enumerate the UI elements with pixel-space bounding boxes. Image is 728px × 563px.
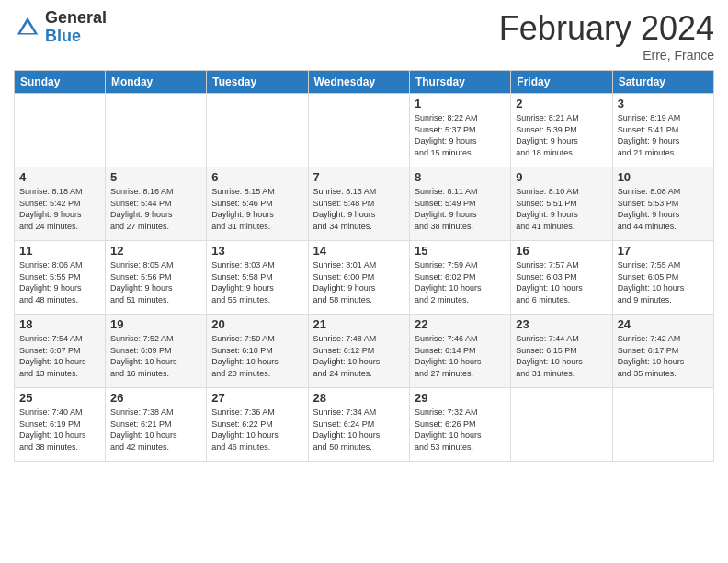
day-number: 18 bbox=[19, 317, 100, 331]
day-info: Sunrise: 8:13 AM Sunset: 5:48 PM Dayligh… bbox=[313, 186, 404, 232]
day-info: Sunrise: 8:08 AM Sunset: 5:53 PM Dayligh… bbox=[618, 186, 709, 232]
day-number: 23 bbox=[516, 317, 607, 331]
calendar-cell: 19Sunrise: 7:52 AM Sunset: 6:09 PM Dayli… bbox=[105, 315, 206, 388]
day-header-sunday: Sunday bbox=[15, 71, 106, 94]
calendar-cell bbox=[207, 94, 308, 167]
day-number: 9 bbox=[516, 170, 607, 184]
calendar-cell: 7Sunrise: 8:13 AM Sunset: 5:48 PM Daylig… bbox=[308, 167, 409, 241]
logo-text: General Blue bbox=[45, 9, 107, 46]
day-number: 15 bbox=[415, 244, 506, 258]
day-info: Sunrise: 8:15 AM Sunset: 5:46 PM Dayligh… bbox=[211, 186, 302, 232]
week-row-2: 11Sunrise: 8:06 AM Sunset: 5:55 PM Dayli… bbox=[15, 241, 714, 315]
day-info: Sunrise: 8:22 AM Sunset: 5:37 PM Dayligh… bbox=[415, 112, 506, 158]
calendar-cell: 17Sunrise: 7:55 AM Sunset: 6:05 PM Dayli… bbox=[612, 241, 713, 315]
day-number: 22 bbox=[415, 317, 506, 331]
header-row: SundayMondayTuesdayWednesdayThursdayFrid… bbox=[15, 71, 714, 94]
calendar-cell: 29Sunrise: 7:32 AM Sunset: 6:26 PM Dayli… bbox=[409, 388, 510, 462]
day-number: 11 bbox=[19, 244, 100, 258]
day-info: Sunrise: 8:18 AM Sunset: 5:42 PM Dayligh… bbox=[19, 186, 100, 232]
calendar-cell: 13Sunrise: 8:03 AM Sunset: 5:58 PM Dayli… bbox=[207, 241, 308, 315]
calendar-cell: 23Sunrise: 7:44 AM Sunset: 6:15 PM Dayli… bbox=[511, 315, 612, 388]
day-number: 24 bbox=[618, 317, 709, 331]
day-info: Sunrise: 8:03 AM Sunset: 5:58 PM Dayligh… bbox=[211, 259, 302, 305]
calendar-cell: 12Sunrise: 8:05 AM Sunset: 5:56 PM Dayli… bbox=[105, 241, 206, 315]
calendar-cell: 3Sunrise: 8:19 AM Sunset: 5:41 PM Daylig… bbox=[612, 94, 713, 167]
day-number: 16 bbox=[516, 244, 607, 258]
day-info: Sunrise: 7:50 AM Sunset: 6:10 PM Dayligh… bbox=[211, 333, 302, 379]
day-header-thursday: Thursday bbox=[409, 71, 510, 94]
day-number: 5 bbox=[110, 170, 201, 184]
week-row-0: 1Sunrise: 8:22 AM Sunset: 5:37 PM Daylig… bbox=[15, 94, 714, 167]
logo: General Blue bbox=[14, 9, 107, 46]
calendar-table: SundayMondayTuesdayWednesdayThursdayFrid… bbox=[14, 70, 714, 462]
calendar-cell bbox=[105, 94, 206, 167]
day-info: Sunrise: 8:19 AM Sunset: 5:41 PM Dayligh… bbox=[618, 112, 709, 158]
calendar-cell: 24Sunrise: 7:42 AM Sunset: 6:17 PM Dayli… bbox=[612, 315, 713, 388]
calendar-cell: 25Sunrise: 7:40 AM Sunset: 6:19 PM Dayli… bbox=[15, 388, 106, 462]
day-number: 1 bbox=[415, 97, 506, 110]
day-info: Sunrise: 7:48 AM Sunset: 6:12 PM Dayligh… bbox=[313, 333, 404, 379]
day-number: 29 bbox=[415, 391, 506, 405]
calendar-cell: 26Sunrise: 7:38 AM Sunset: 6:21 PM Dayli… bbox=[105, 388, 206, 462]
day-info: Sunrise: 8:06 AM Sunset: 5:55 PM Dayligh… bbox=[19, 259, 100, 305]
calendar-cell: 22Sunrise: 7:46 AM Sunset: 6:14 PM Dayli… bbox=[409, 315, 510, 388]
day-info: Sunrise: 7:36 AM Sunset: 6:22 PM Dayligh… bbox=[211, 407, 302, 453]
day-info: Sunrise: 8:01 AM Sunset: 6:00 PM Dayligh… bbox=[313, 259, 404, 305]
calendar-cell bbox=[308, 94, 409, 167]
day-info: Sunrise: 7:57 AM Sunset: 6:03 PM Dayligh… bbox=[516, 259, 607, 305]
day-number: 19 bbox=[110, 317, 201, 331]
calendar-cell: 10Sunrise: 8:08 AM Sunset: 5:53 PM Dayli… bbox=[612, 167, 713, 241]
day-info: Sunrise: 8:16 AM Sunset: 5:44 PM Dayligh… bbox=[110, 186, 201, 232]
day-number: 17 bbox=[618, 244, 709, 258]
calendar-cell: 8Sunrise: 8:11 AM Sunset: 5:49 PM Daylig… bbox=[409, 167, 510, 241]
day-number: 27 bbox=[211, 391, 302, 405]
day-number: 8 bbox=[415, 170, 506, 184]
day-info: Sunrise: 8:21 AM Sunset: 5:39 PM Dayligh… bbox=[516, 112, 607, 158]
day-number: 25 bbox=[19, 391, 100, 405]
day-number: 21 bbox=[313, 317, 404, 331]
header: General Blue February 2024 Erre, France bbox=[14, 9, 714, 63]
logo-general-text: General bbox=[45, 9, 107, 28]
month-title: February 2024 bbox=[499, 9, 714, 48]
day-number: 28 bbox=[313, 391, 404, 405]
calendar-cell bbox=[511, 388, 612, 462]
day-info: Sunrise: 7:59 AM Sunset: 6:02 PM Dayligh… bbox=[415, 259, 506, 305]
calendar-cell bbox=[612, 388, 713, 462]
calendar-cell: 15Sunrise: 7:59 AM Sunset: 6:02 PM Dayli… bbox=[409, 241, 510, 315]
calendar-cell: 28Sunrise: 7:34 AM Sunset: 6:24 PM Dayli… bbox=[308, 388, 409, 462]
logo-blue-text: Blue bbox=[45, 28, 107, 46]
location: Erre, France bbox=[499, 48, 714, 63]
day-info: Sunrise: 7:46 AM Sunset: 6:14 PM Dayligh… bbox=[415, 333, 506, 379]
day-info: Sunrise: 7:40 AM Sunset: 6:19 PM Dayligh… bbox=[19, 407, 100, 453]
calendar-cell bbox=[15, 94, 106, 167]
day-info: Sunrise: 7:44 AM Sunset: 6:15 PM Dayligh… bbox=[516, 333, 607, 379]
day-number: 14 bbox=[313, 244, 404, 258]
page-container: General Blue February 2024 Erre, France … bbox=[0, 0, 728, 466]
day-header-monday: Monday bbox=[105, 71, 206, 94]
day-info: Sunrise: 7:54 AM Sunset: 6:07 PM Dayligh… bbox=[19, 333, 100, 379]
day-number: 13 bbox=[211, 244, 302, 258]
calendar-cell: 9Sunrise: 8:10 AM Sunset: 5:51 PM Daylig… bbox=[511, 167, 612, 241]
day-number: 20 bbox=[211, 317, 302, 331]
day-number: 26 bbox=[110, 391, 201, 405]
calendar-cell: 21Sunrise: 7:48 AM Sunset: 6:12 PM Dayli… bbox=[308, 315, 409, 388]
title-section: February 2024 Erre, France bbox=[499, 9, 714, 63]
day-info: Sunrise: 7:42 AM Sunset: 6:17 PM Dayligh… bbox=[618, 333, 709, 379]
calendar-cell: 16Sunrise: 7:57 AM Sunset: 6:03 PM Dayli… bbox=[511, 241, 612, 315]
week-row-1: 4Sunrise: 8:18 AM Sunset: 5:42 PM Daylig… bbox=[15, 167, 714, 241]
day-number: 6 bbox=[211, 170, 302, 184]
calendar-cell: 1Sunrise: 8:22 AM Sunset: 5:37 PM Daylig… bbox=[409, 94, 510, 167]
calendar-cell: 2Sunrise: 8:21 AM Sunset: 5:39 PM Daylig… bbox=[511, 94, 612, 167]
day-info: Sunrise: 8:05 AM Sunset: 5:56 PM Dayligh… bbox=[110, 259, 201, 305]
day-info: Sunrise: 7:52 AM Sunset: 6:09 PM Dayligh… bbox=[110, 333, 201, 379]
calendar-cell: 4Sunrise: 8:18 AM Sunset: 5:42 PM Daylig… bbox=[15, 167, 106, 241]
calendar-cell: 11Sunrise: 8:06 AM Sunset: 5:55 PM Dayli… bbox=[15, 241, 106, 315]
day-info: Sunrise: 8:11 AM Sunset: 5:49 PM Dayligh… bbox=[415, 186, 506, 232]
calendar-cell: 27Sunrise: 7:36 AM Sunset: 6:22 PM Dayli… bbox=[207, 388, 308, 462]
calendar-cell: 18Sunrise: 7:54 AM Sunset: 6:07 PM Dayli… bbox=[15, 315, 106, 388]
day-info: Sunrise: 7:38 AM Sunset: 6:21 PM Dayligh… bbox=[110, 407, 201, 453]
calendar-cell: 5Sunrise: 8:16 AM Sunset: 5:44 PM Daylig… bbox=[105, 167, 206, 241]
week-row-4: 25Sunrise: 7:40 AM Sunset: 6:19 PM Dayli… bbox=[15, 388, 714, 462]
day-number: 3 bbox=[618, 97, 709, 110]
day-info: Sunrise: 7:55 AM Sunset: 6:05 PM Dayligh… bbox=[618, 259, 709, 305]
